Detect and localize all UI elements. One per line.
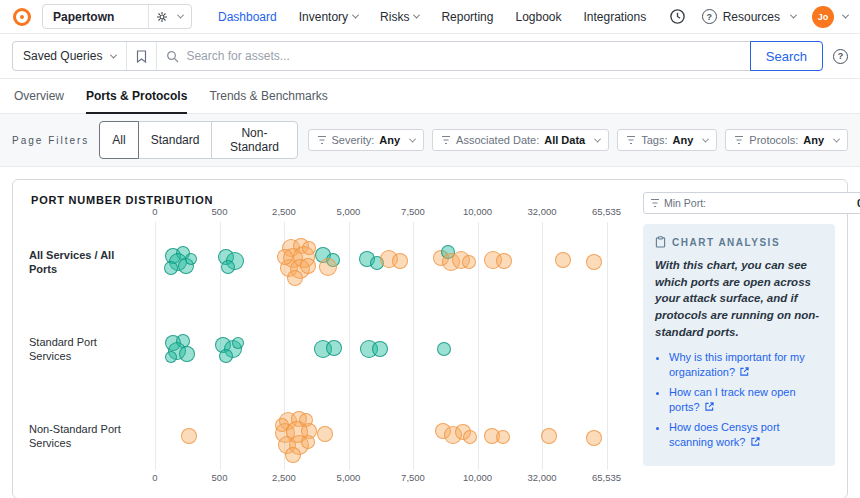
- chart-bubble: [165, 351, 177, 363]
- min-port-input[interactable]: [710, 197, 860, 209]
- x-axis-label-top: 2,500: [272, 206, 296, 217]
- filter-segment-non-standard[interactable]: Non-Standard: [211, 121, 297, 159]
- nav-item-dashboard[interactable]: Dashboard: [218, 10, 277, 24]
- workspace-name: Papertown: [53, 10, 114, 24]
- search-field: [157, 42, 749, 70]
- avatar: Jo: [812, 6, 834, 28]
- chart-row-label: Standard Port Services: [29, 335, 135, 364]
- main-content: PORT NUMBER DISTRIBUTION 005005002,5002,…: [0, 167, 860, 498]
- gridline: [478, 222, 479, 470]
- gridline: [413, 222, 414, 470]
- chart-bubble: [185, 253, 197, 265]
- x-axis-label-top: 10,000: [463, 206, 492, 217]
- analysis-link-item: Why is this important for my organizatio…: [669, 350, 823, 380]
- x-axis-label-top: 5,000: [337, 206, 361, 217]
- search-bar: Saved Queries Search ?: [0, 34, 860, 79]
- x-axis-label-top: 500: [212, 206, 228, 217]
- workspace-selector[interactable]: Papertown: [42, 4, 192, 29]
- chart-bubble: [299, 413, 313, 427]
- filter-segment-all[interactable]: All: [99, 121, 138, 159]
- min-port-label: Min Port:: [664, 197, 706, 209]
- nav-item-reporting[interactable]: Reporting: [441, 10, 493, 24]
- x-axis-label-bottom: 0: [152, 472, 157, 483]
- chevron-down-icon: [790, 12, 797, 19]
- chart-bubble: [555, 252, 571, 268]
- analysis-link[interactable]: How can I track new open ports?: [669, 386, 796, 413]
- bookmark-button[interactable]: [127, 42, 157, 70]
- chart-bubble: [179, 346, 195, 362]
- analysis-links: Why is this important for my organizatio…: [655, 350, 823, 449]
- filter-label: Protocols:: [749, 134, 798, 146]
- filter-value: All Data: [544, 134, 585, 146]
- nav-item-label: Inventory: [299, 10, 348, 24]
- chevron-down-icon: [833, 135, 840, 142]
- history-clock-button[interactable]: [669, 8, 686, 25]
- search-box: Saved Queries Search: [12, 41, 823, 71]
- chevron-down-icon: [413, 12, 420, 19]
- chart-bubble: [287, 270, 303, 286]
- analysis-link[interactable]: How does Censys port scanning work?: [669, 421, 780, 448]
- analysis-header: CHART ANALYSIS: [655, 236, 823, 248]
- tab-trends-benchmarks[interactable]: Trends & Benchmarks: [209, 89, 327, 113]
- nav-item-integrations[interactable]: Integrations: [584, 10, 647, 24]
- nav-item-inventory[interactable]: Inventory: [299, 10, 358, 24]
- saved-queries-dropdown[interactable]: Saved Queries: [13, 42, 127, 70]
- chart-bubble: [301, 435, 315, 449]
- filter-dropdown-associated-date[interactable]: Associated Date:All Data: [432, 129, 609, 151]
- filter-lines-icon: [734, 135, 744, 145]
- chevron-down-icon: [594, 135, 601, 142]
- chart-row-label: All Services / All Ports: [29, 248, 135, 277]
- chart-bubble: [275, 418, 289, 432]
- filter-dropdown-protocols[interactable]: Protocols:Any: [725, 129, 848, 151]
- x-axis-label-bottom: 500: [212, 472, 228, 483]
- port-range-inputs: Min Port: Max Port:: [643, 192, 835, 214]
- filter-label: Associated Date:: [456, 134, 539, 146]
- chart-bubble: [496, 430, 510, 444]
- analysis-header-label: CHART ANALYSIS: [672, 237, 780, 248]
- main-nav: DashboardInventoryRisksReportingLogbookI…: [218, 10, 646, 24]
- nav-item-risks[interactable]: Risks: [380, 10, 419, 24]
- x-axis-label-top: 32,000: [527, 206, 556, 217]
- resources-label: Resources: [723, 10, 780, 24]
- chart-bubble: [300, 258, 316, 274]
- chart-bubble: [586, 430, 602, 446]
- analysis-body: With this chart, you can see which ports…: [655, 257, 823, 340]
- filter-lines-icon: [317, 135, 327, 145]
- min-port-field[interactable]: Min Port:: [643, 192, 860, 214]
- x-axis-label-top: 7,500: [401, 206, 425, 217]
- filter-segments: AllStandardNon-Standard: [99, 121, 297, 159]
- filter-dropdown-tags[interactable]: Tags:Any: [617, 129, 717, 151]
- chart-bubble: [496, 253, 512, 269]
- search-help-icon[interactable]: ?: [833, 49, 848, 64]
- chart-bubble: [319, 258, 337, 276]
- filter-segment-standard[interactable]: Standard: [138, 121, 213, 159]
- filter-dropdown-severity[interactable]: Severity:Any: [308, 129, 425, 151]
- gear-icon[interactable]: [156, 11, 168, 23]
- search-input[interactable]: [186, 49, 740, 63]
- nav-item-label: Risks: [380, 10, 409, 24]
- chart-bubble: [326, 340, 342, 356]
- chart-bubble: [586, 254, 602, 270]
- nav-item-label: Integrations: [584, 10, 647, 24]
- censys-logo[interactable]: [12, 7, 32, 27]
- user-menu[interactable]: Jo: [812, 6, 848, 28]
- chevron-down-icon: [177, 12, 184, 19]
- page-tabs: OverviewPorts & ProtocolsTrends & Benchm…: [0, 79, 860, 114]
- external-link-icon: [705, 402, 714, 411]
- analysis-link[interactable]: Why is this important for my organizatio…: [669, 351, 805, 378]
- nav-item-label: Dashboard: [218, 10, 277, 24]
- saved-queries-label: Saved Queries: [23, 49, 102, 63]
- nav-item-logbook[interactable]: Logbook: [515, 10, 561, 24]
- filter-lines-icon: [441, 135, 451, 145]
- filter-bar: Page Filters AllStandardNon-Standard Sev…: [0, 114, 860, 167]
- external-link-icon: [751, 437, 760, 446]
- resources-menu[interactable]: ? Resources: [702, 9, 796, 24]
- chart-bubble: [221, 260, 235, 274]
- chart-bubble: [285, 447, 301, 463]
- workspace-controls: [148, 5, 183, 28]
- panel-side-column: Min Port: Max Port: CHART: [643, 192, 835, 486]
- tab-overview[interactable]: Overview: [14, 89, 64, 113]
- search-button[interactable]: Search: [750, 41, 823, 71]
- chart-bubble: [541, 428, 557, 444]
- tab-ports-protocols[interactable]: Ports & Protocols: [86, 89, 187, 114]
